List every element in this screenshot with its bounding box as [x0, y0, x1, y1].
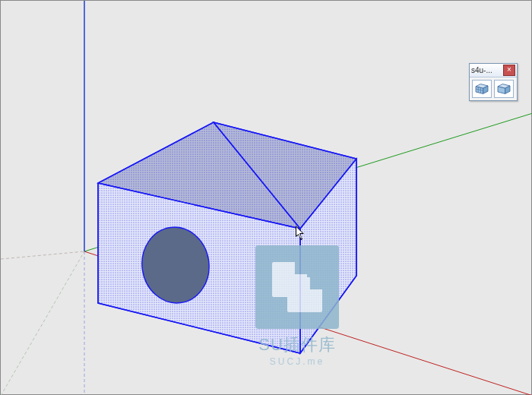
- box-grid-icon: [474, 83, 489, 95]
- axis-red-neg: [1, 251, 84, 259]
- axis-green-neg: [1, 251, 84, 395]
- toolbar-body: [470, 77, 517, 100]
- tool-button-1[interactable]: [472, 80, 492, 98]
- tool-button-2[interactable]: [494, 80, 514, 98]
- plugin-toolbar[interactable]: s4u-... ×: [469, 63, 518, 101]
- toolbar-title: s4u-...: [471, 66, 503, 74]
- box-plain-icon: [496, 83, 511, 95]
- scene-svg: [1, 1, 532, 395]
- viewport-3d[interactable]: SU插件库 SUCJ.me s4u-... ×: [0, 0, 532, 395]
- toolbar-titlebar[interactable]: s4u-... ×: [470, 64, 517, 77]
- close-icon[interactable]: ×: [503, 65, 515, 76]
